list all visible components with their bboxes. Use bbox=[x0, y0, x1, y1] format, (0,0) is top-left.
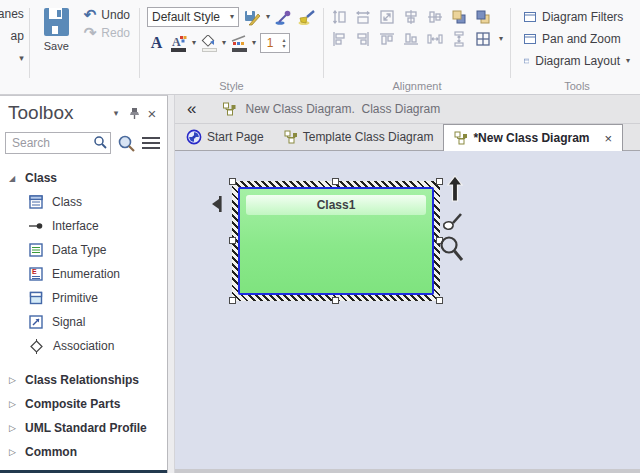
fill-color-caret-icon[interactable]: ▾ bbox=[222, 39, 226, 47]
section-class-relationships[interactable]: ▷ Class Relationships bbox=[0, 368, 167, 392]
toolbox-item-primitive[interactable]: Primitive bbox=[0, 286, 167, 310]
resize-handle-nw[interactable] bbox=[229, 178, 236, 185]
horizontal-scrollbar[interactable] bbox=[175, 469, 640, 473]
enumeration-icon: E bbox=[29, 267, 43, 281]
spinner-down-icon[interactable]: ▾ bbox=[279, 43, 289, 49]
fill-color-icon[interactable] bbox=[200, 35, 218, 52]
line-width-spinner[interactable]: 1 ▴ ▾ bbox=[260, 33, 290, 53]
resize-handle-se[interactable] bbox=[436, 297, 443, 304]
font-color-caret-icon[interactable]: ▾ bbox=[192, 39, 196, 47]
style-combobox-value: Default Style bbox=[152, 10, 220, 24]
toolbox-item-interface[interactable]: Interface bbox=[0, 214, 167, 238]
redo-label: Redo bbox=[101, 26, 130, 40]
toolbox-item-class[interactable]: Class bbox=[0, 190, 167, 214]
collapsed-arrow-icon: ▷ bbox=[9, 399, 18, 409]
class-name: Class1 bbox=[317, 198, 356, 212]
section-common[interactable]: ▷ Common bbox=[0, 440, 167, 464]
paintbrush-icon[interactable] bbox=[297, 8, 316, 27]
svg-text:E: E bbox=[32, 268, 37, 275]
toolbox-menu-caret-icon[interactable]: ▾ bbox=[107, 104, 125, 122]
toolbox-item-label: Enumeration bbox=[52, 267, 120, 281]
ribbon-separator bbox=[323, 8, 324, 78]
section-class[interactable]: ◢ Class bbox=[0, 166, 167, 190]
toolbox-item-data-type[interactable]: Data Type bbox=[0, 238, 167, 262]
section-composite-parts[interactable]: ▷ Composite Parts bbox=[0, 392, 167, 416]
expanded-arrow-icon: ◢ bbox=[9, 174, 18, 183]
toolbox-item-association[interactable]: Association bbox=[0, 334, 167, 358]
quicklink-arrow-icon[interactable] bbox=[446, 175, 464, 206]
tab-label: Start Page bbox=[207, 130, 264, 144]
diagram-tab-bar: Start Page Template Class Diagram *New C… bbox=[175, 124, 640, 151]
resize-handle-n[interactable] bbox=[332, 178, 339, 185]
diagram-filters-button[interactable]: Diagram Filters bbox=[524, 8, 630, 26]
collapse-breadcrumb-icon[interactable]: « bbox=[187, 101, 196, 117]
tab-new-class-diagram[interactable]: *New Class Diagram × bbox=[443, 124, 623, 151]
bring-to-front-icon[interactable] bbox=[451, 8, 468, 25]
send-to-back-icon[interactable] bbox=[475, 8, 492, 25]
panel-splitter[interactable] bbox=[168, 95, 175, 473]
toolbox-item-enumeration[interactable]: E Enumeration bbox=[0, 262, 167, 286]
align-width-icon[interactable] bbox=[355, 8, 372, 25]
undo-icon: ↶ bbox=[84, 8, 97, 22]
class-element[interactable]: Class1 bbox=[238, 187, 434, 295]
window-icon bbox=[524, 56, 529, 66]
selection-hatch-frame: Class1 bbox=[232, 181, 440, 301]
clipped-dropdown-caret-icon[interactable]: ▾ bbox=[19, 54, 24, 62]
font-icon[interactable]: A bbox=[147, 34, 166, 53]
pin-icon[interactable] bbox=[125, 104, 143, 122]
center-horizontal-icon[interactable] bbox=[403, 8, 420, 25]
tab-template-class-diagram[interactable]: Template Class Diagram bbox=[274, 124, 444, 150]
diagram-canvas[interactable]: Class1 bbox=[175, 151, 640, 473]
resize-handle-s[interactable] bbox=[332, 297, 339, 304]
resize-handle-ne[interactable] bbox=[436, 178, 443, 185]
align-bottom-icon[interactable] bbox=[403, 30, 420, 47]
section-label: Class Relationships bbox=[25, 373, 139, 387]
tab-close-icon[interactable]: × bbox=[604, 131, 612, 146]
align-height-icon[interactable] bbox=[331, 8, 348, 25]
collapse-left-icon[interactable] bbox=[209, 195, 224, 217]
pan-and-zoom-button[interactable]: Pan and Zoom bbox=[524, 30, 630, 48]
space-across-icon[interactable] bbox=[427, 30, 444, 47]
format-brush-icon[interactable] bbox=[441, 211, 465, 237]
toolbox-item-label: Signal bbox=[52, 315, 85, 329]
resize-handle-w[interactable] bbox=[229, 237, 236, 244]
grid-caret-icon[interactable]: ▾ bbox=[499, 35, 503, 43]
line-color-icon[interactable] bbox=[230, 35, 248, 52]
resize-handle-sw[interactable] bbox=[229, 297, 236, 304]
line-color-caret-icon[interactable]: ▾ bbox=[252, 39, 256, 47]
grid-icon[interactable] bbox=[475, 30, 492, 47]
undo-label: Undo bbox=[101, 8, 130, 22]
space-down-icon[interactable] bbox=[451, 30, 468, 47]
clipped-label-snap[interactable]: ap bbox=[10, 29, 23, 43]
align-right-icon[interactable] bbox=[355, 30, 372, 47]
combo-caret-icon: ▾ bbox=[230, 13, 234, 21]
section-uml-standard-profile[interactable]: ▷ UML Standard Profile bbox=[0, 416, 167, 440]
redo-button[interactable]: ↷ Redo bbox=[84, 26, 130, 40]
save-style-icon[interactable] bbox=[243, 8, 262, 27]
diagram-layout-button[interactable]: Diagram Layout ▾ bbox=[524, 52, 630, 70]
association-icon bbox=[29, 339, 44, 354]
align-size-icon[interactable] bbox=[379, 8, 396, 25]
zoom-magnifier-icon[interactable] bbox=[438, 235, 465, 267]
style-combobox[interactable]: Default Style ▾ bbox=[147, 7, 239, 27]
advanced-search-icon[interactable] bbox=[117, 134, 136, 153]
align-top-icon[interactable] bbox=[379, 30, 396, 47]
search-icon[interactable] bbox=[93, 135, 108, 150]
primitive-icon bbox=[29, 291, 43, 305]
style-group: Default Style ▾ ▾ A A ▾ bbox=[143, 0, 320, 94]
tab-start-page[interactable]: Start Page bbox=[176, 124, 274, 150]
save-button[interactable]: Save bbox=[39, 4, 74, 78]
close-icon[interactable]: × bbox=[143, 104, 161, 122]
toolbox-item-signal[interactable]: Signal bbox=[0, 310, 167, 334]
hamburger-menu-icon[interactable] bbox=[142, 134, 160, 152]
breadcrumb[interactable]: New Class Diagram. Class Diagram bbox=[245, 102, 440, 116]
save-style-caret-icon[interactable]: ▾ bbox=[266, 13, 270, 21]
align-left-icon[interactable] bbox=[331, 30, 348, 47]
undo-button[interactable]: ↶ Undo bbox=[84, 8, 130, 22]
eyedropper-icon[interactable] bbox=[274, 8, 293, 27]
collapsed-arrow-icon: ▷ bbox=[9, 447, 18, 457]
clipped-label-panes[interactable]: anes bbox=[0, 7, 24, 21]
font-color-icon[interactable]: A bbox=[170, 35, 188, 52]
svg-text:A: A bbox=[172, 35, 181, 47]
center-vertical-icon[interactable] bbox=[427, 8, 444, 25]
